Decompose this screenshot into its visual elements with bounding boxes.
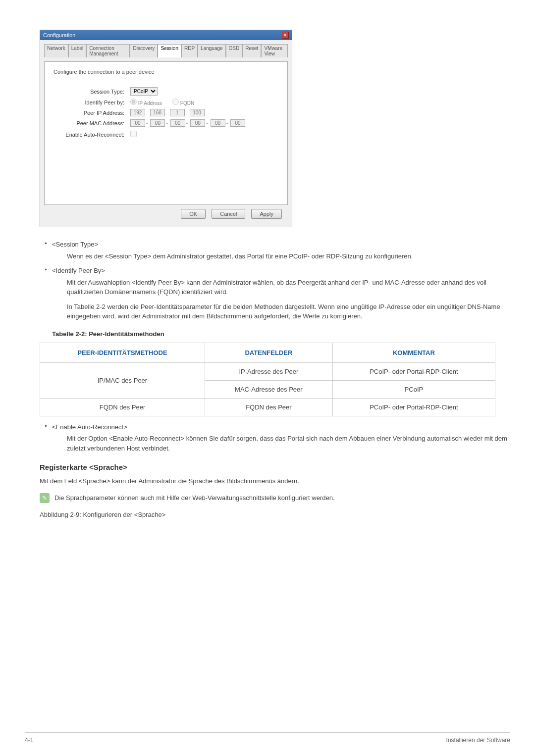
table-cell: PCoIP- oder Portal-RDP-Client [332,398,495,416]
apply-button[interactable]: Apply [251,209,282,219]
tab-connection-management[interactable]: Connection Management [86,44,130,57]
bullet-icon: • [40,422,52,430]
radio-fqdn[interactable]: FQDN [172,101,194,106]
bullet-icon: • [40,240,52,247]
page-number: 4-1 [25,737,33,744]
close-icon: × [284,33,286,38]
peer-ip-octet-1[interactable] [130,109,145,116]
tab-reset[interactable]: Reset [242,44,261,57]
explanation-list-2: • <Enable Auto-Reconnect> Mit der Option… [40,422,510,454]
radio-ip-input[interactable] [130,99,137,105]
table-title: Tabelle 2-2: Peer-Identitätsmethoden [52,330,510,338]
peer-mac-4[interactable] [190,119,205,127]
peer-ip-octet-2[interactable] [150,109,165,116]
table-row: FQDN des Peer FQDN des Peer PCoIP- oder … [40,398,495,416]
dialog-title: Configuration [43,32,75,38]
tab-rdp[interactable]: RDP [181,44,198,57]
tab-network[interactable]: Network [44,44,68,57]
configuration-dialog: Configuration × Network Label Connection… [40,30,292,227]
tab-osd[interactable]: OSD [226,44,243,57]
page-footer: 4-1 Installieren der Software [25,732,510,744]
language-paragraph: Mit dem Feld <Sprache> kann der Administ… [40,476,510,486]
table-header-comment: KOMMENTAR [332,343,495,362]
peer-mac-1[interactable] [130,119,145,127]
identify-peer-label: Identify Peer by: [54,100,130,105]
session-type-label: Session Type: [54,89,130,95]
session-type-select[interactable]: PCoIP [130,87,158,96]
peer-mac-2[interactable] [150,119,165,127]
table-cell: PCoIP [332,380,495,398]
note-icon: ✎ [40,493,50,503]
table-cell: FQDN des Peer [205,398,332,416]
explanation-list: • <Session Type> Wenn es der <Session Ty… [40,240,510,321]
cancel-button[interactable]: Cancel [212,209,245,219]
tab-label[interactable]: Label [68,44,86,57]
table-header-method: PEER-IDENTITÄTSMETHODE [40,343,205,362]
figure-caption: Abbildung 2-9: Konfigurieren der <Sprach… [40,510,510,520]
tab-language[interactable]: Language [198,44,226,57]
peer-mac-3[interactable] [170,119,185,127]
close-button[interactable]: × [282,32,289,39]
dialog-body: Network Label Connection Management Disc… [40,40,292,227]
section-heading-language: Registerkarte <Sprache> [40,463,510,471]
tab-strip: Network Label Connection Management Disc… [44,44,288,57]
table-row: IP/MAC des Peer IP-Adresse des Peer PCoI… [40,362,495,380]
list-item-auto-reconnect-body: Mit der Option <Enable Auto-Reconnect> k… [67,434,510,453]
peer-ip-octet-4[interactable] [190,109,205,116]
panel-description: Configure the connection to a peer devic… [54,69,278,75]
radio-ip-address[interactable]: IP Address [130,101,162,106]
list-item-session-type: <Session Type> [52,240,510,250]
peer-mac-label: Peer MAC Address: [54,120,130,126]
ok-button[interactable]: OK [181,209,206,219]
auto-reconnect-checkbox[interactable] [130,131,137,137]
list-item-identify-peer-body: Mit der Auswahloption <Identify Peer By>… [67,278,510,297]
note-text: Die Sprachparameter können auch mit Hilf… [54,493,335,503]
dialog-button-row: OK Cancel Apply [44,205,288,223]
peer-identity-methods-table: PEER-IDENTITÄTSMETHODE DATENFELDER KOMME… [40,343,495,416]
peer-mac-5[interactable] [211,119,225,127]
table-cell: PCoIP- oder Portal-RDP-Client [332,362,495,380]
peer-ip-octet-3[interactable] [170,109,185,116]
list-item-identify-peer-body-2: In Tabelle 2-2 werden die Peer-Identität… [67,302,510,321]
table-cell: IP-Adresse des Peer [205,362,332,380]
table-cell: IP/MAC des Peer [40,362,205,398]
tab-vmware-view[interactable]: VMware View [261,44,288,57]
radio-fqdn-input[interactable] [172,99,179,105]
table-header-fields: DATENFELDER [205,343,332,362]
dialog-titlebar: Configuration × [40,30,292,40]
table-cell: FQDN des Peer [40,398,205,416]
bullet-icon: • [40,266,52,273]
table-cell: MAC-Adresse des Peer [205,380,332,398]
peer-ip-label: Peer IP Address: [54,110,130,116]
footer-title: Installieren der Software [446,737,510,744]
note-row: ✎ Die Sprachparameter können auch mit Hi… [40,493,510,503]
list-item-auto-reconnect: <Enable Auto-Reconnect> [52,422,510,432]
list-item-identify-peer: <Identify Peer By> [52,266,510,276]
auto-reconnect-label: Enable Auto-Reconnect: [54,132,130,138]
peer-mac-6[interactable] [230,119,245,127]
session-panel: Configure the connection to a peer devic… [44,61,288,205]
tab-session[interactable]: Session [158,44,181,57]
tab-discovery[interactable]: Discovery [130,44,158,57]
list-item-session-type-body: Wenn es der <Session Type> dem Administr… [67,252,510,261]
